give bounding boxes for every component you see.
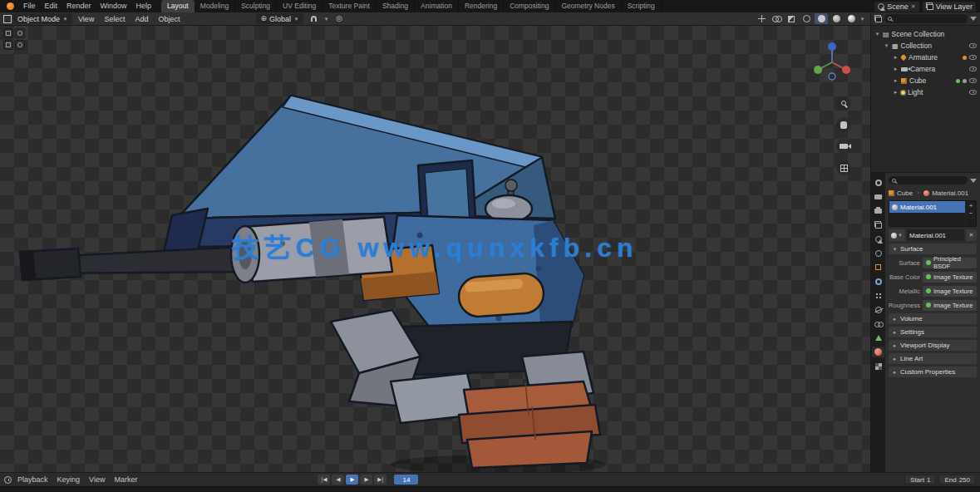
section-line-art[interactable]: ▸ Line Art [889, 353, 977, 364]
gizmo-z-axis[interactable] [828, 42, 836, 51]
snap-toggle[interactable] [307, 13, 320, 24]
material-name-field[interactable]: Material.001 [907, 229, 964, 241]
workspace-tab-modeling[interactable]: Modeling [195, 0, 236, 12]
menu-view[interactable]: View [86, 475, 108, 484]
menu-marker[interactable]: Marker [111, 475, 140, 484]
orientation-selector[interactable]: ⊕ Global ▾ [256, 13, 303, 24]
tab-scene-properties[interactable] [872, 234, 884, 244]
workspace-tab-geometry-nodes[interactable]: Geometry Nodes [555, 0, 621, 12]
workspace-tab-compositing[interactable]: Compositing [504, 0, 555, 12]
section-surface[interactable]: ▾ Surface [889, 244, 977, 254]
navigation-gizmo[interactable] [808, 37, 856, 86]
outliner-editor-icon[interactable] [874, 15, 882, 22]
pan-button[interactable] [836, 117, 851, 132]
outliner-search-input[interactable] [884, 14, 968, 23]
section-viewport-display[interactable]: ▸ Viewport Display [889, 340, 977, 351]
tab-world-properties[interactable] [872, 248, 884, 258]
ortho-toggle-button[interactable] [836, 160, 851, 175]
viewport-corner-button-4[interactable] [15, 40, 25, 50]
menu-select[interactable]: Select [100, 12, 129, 26]
base-color-input[interactable]: Image Texture [923, 272, 977, 283]
chevron-down-icon[interactable]: ▾ [884, 42, 889, 49]
menu-keying[interactable]: Keying [54, 475, 84, 484]
tab-texture-properties[interactable] [872, 361, 884, 371]
metallic-input[interactable]: Image Texture [923, 286, 977, 297]
eye-icon[interactable] [969, 90, 977, 95]
outliner-row-light[interactable]: ▸ Light [871, 86, 980, 98]
outliner-row-camera[interactable]: ▸ Camera [871, 63, 980, 75]
current-frame-field[interactable]: 14 [394, 475, 418, 485]
menu-window[interactable]: Window [96, 0, 131, 12]
view-layer-selector[interactable]: View Layer [923, 2, 976, 12]
proportional-edit-toggle[interactable]: ◎ [332, 13, 346, 24]
xray-toggle[interactable] [785, 13, 798, 24]
section-settings[interactable]: ▸ Settings [889, 327, 977, 337]
menu-file[interactable]: File [19, 0, 40, 12]
roughness-input[interactable]: Image Texture [923, 300, 977, 311]
gizmo-x-axis[interactable] [842, 66, 850, 74]
gizmos-toggle[interactable] [755, 13, 768, 24]
workspace-tab-shading[interactable]: Shading [377, 0, 415, 12]
shading-rendered-button[interactable] [845, 13, 858, 24]
shading-solid-button[interactable] [815, 13, 828, 24]
play-button[interactable]: ▶ [346, 475, 358, 485]
tab-view-layer-properties[interactable] [872, 219, 884, 230]
workspace-tab-layout[interactable]: Layout [161, 0, 195, 12]
tab-render-properties[interactable] [872, 191, 884, 202]
tab-object-properties[interactable] [872, 262, 884, 273]
workspace-tab-animation[interactable]: Animation [415, 0, 459, 12]
browse-material-button[interactable]: ▾ [889, 229, 905, 241]
tab-material-properties[interactable] [872, 347, 884, 357]
section-custom-properties[interactable]: ▸ Custom Properties [889, 367, 977, 377]
workspace-tab-rendering[interactable]: Rendering [459, 0, 504, 12]
menu-edit[interactable]: Edit [41, 0, 62, 12]
zoom-button[interactable] [836, 96, 851, 111]
viewport-corner-button-1[interactable] [3, 28, 13, 38]
next-keyframe-button[interactable]: ▶ [360, 475, 372, 485]
start-frame-field[interactable]: Start 1 [904, 475, 936, 485]
chevron-right-icon[interactable]: ▸ [893, 66, 899, 72]
eye-icon[interactable] [969, 66, 977, 71]
scene-selector[interactable]: Scene ✕ [874, 2, 918, 12]
menu-object[interactable]: Object [154, 12, 184, 26]
workspace-tab-sculpting[interactable]: Sculpting [235, 0, 277, 12]
gizmo-y-axis[interactable] [814, 66, 822, 74]
workspace-tab-scripting[interactable]: Scripting [622, 0, 662, 12]
workspace-tab-texture-paint[interactable]: Texture Paint [323, 0, 377, 12]
shading-material-button[interactable] [830, 13, 843, 24]
filter-icon[interactable] [970, 17, 977, 21]
eye-icon[interactable] [969, 43, 977, 48]
viewport-3d[interactable]: 技艺CG www.qunxkfb.cn [0, 26, 870, 472]
gizmo-z-negative[interactable] [829, 73, 835, 80]
mode-selector[interactable]: Object Mode ▾ [13, 13, 72, 24]
chevron-down-icon[interactable]: ▾ [874, 31, 880, 37]
outliner-row-scene-collection[interactable]: ▾ ▤ Scene Collection [871, 28, 980, 40]
workspace-tab-uv-editing[interactable]: UV Editing [277, 0, 323, 12]
filter-icon[interactable] [970, 179, 977, 183]
remove-slot-button[interactable]: − [969, 209, 973, 217]
chevron-right-icon[interactable]: ▸ [893, 77, 899, 84]
shader-selector[interactable]: Principled BSDF [923, 258, 977, 268]
close-icon[interactable]: ✕ [911, 3, 916, 10]
chevron-right-icon[interactable]: ▸ [893, 89, 899, 96]
outliner-row-armature[interactable]: ▸ Armature [871, 52, 980, 63]
blender-logo-icon[interactable] [4, 2, 17, 12]
tab-object-data-properties[interactable] [872, 332, 884, 343]
previous-keyframe-button[interactable]: ◀ [332, 475, 344, 485]
tab-constraint-properties[interactable] [872, 318, 884, 329]
snap-options-chevron-icon[interactable]: ▾ [323, 16, 329, 22]
shading-wireframe-button[interactable] [800, 13, 813, 24]
menu-add[interactable]: Add [131, 12, 152, 26]
menu-playback[interactable]: Playback [14, 475, 52, 484]
viewport-corner-button-2[interactable] [15, 28, 25, 38]
menu-render[interactable]: Render [62, 0, 96, 12]
tab-particle-properties[interactable] [872, 290, 884, 301]
end-frame-field[interactable]: End 250 [938, 475, 976, 485]
jump-to-start-button[interactable]: |◀ [318, 475, 330, 485]
add-slot-button[interactable]: + [969, 202, 973, 209]
editor-type-icon[interactable] [3, 15, 12, 23]
menu-view[interactable]: View [74, 12, 98, 26]
tab-physics-properties[interactable] [872, 304, 884, 315]
unlink-material-button[interactable]: ✕ [966, 229, 977, 241]
chevron-right-icon[interactable]: ▸ [893, 54, 899, 61]
